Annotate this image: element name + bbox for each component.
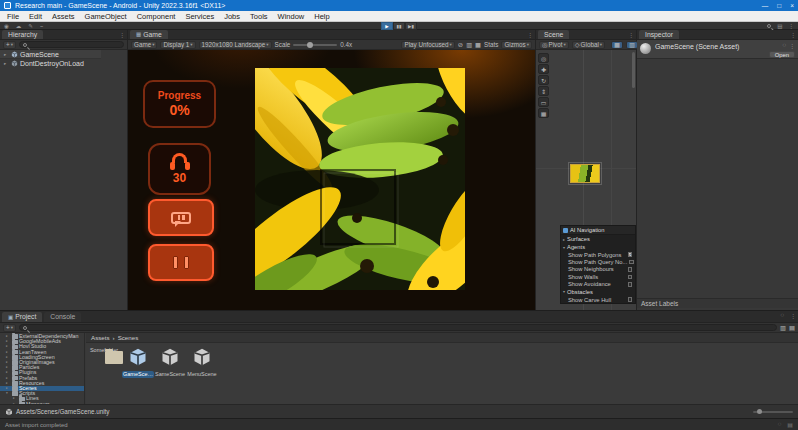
selected-asset-path: Assets/Scenes/GameScene.unity xyxy=(16,408,109,415)
maximize-button[interactable]: □ xyxy=(777,2,781,9)
open-button[interactable]: Open xyxy=(769,51,795,58)
rect-tool-icon[interactable]: ▭ xyxy=(538,97,549,107)
hierarchy-add-button[interactable]: +▾ xyxy=(3,41,16,49)
pause-icon xyxy=(173,256,178,269)
asset-item-scene[interactable]: MenuScene xyxy=(186,347,218,378)
checkbox[interactable]: ✓ xyxy=(628,252,633,257)
rotate-tool-icon[interactable]: ↻ xyxy=(538,75,549,85)
nav-option-row: Show Walls xyxy=(561,273,635,280)
play-button[interactable]: ▶ xyxy=(381,22,393,30)
layout-menu-icon[interactable]: ⋮ xyxy=(789,23,795,29)
progress-value: 0% xyxy=(169,102,189,118)
menu-window[interactable]: Window xyxy=(278,12,305,21)
surfaces-foldout[interactable]: ▸ Surfaces xyxy=(561,235,635,243)
folder-icon xyxy=(105,351,123,364)
menu-gameobject[interactable]: GameObject xyxy=(85,12,127,21)
menu-tools[interactable]: Tools xyxy=(250,12,268,21)
asset-item-gamescene-selected[interactable]: GameScene xyxy=(122,347,154,378)
hidden-packages-icon[interactable]: ◌ xyxy=(780,312,784,318)
agents-foldout[interactable]: ▾ Agents xyxy=(561,243,635,251)
gizmos-dropdown[interactable]: Gizmos▾ xyxy=(501,41,532,49)
listen-counter-panel[interactable]: 30 xyxy=(148,143,211,195)
breadcrumb-current[interactable]: Scenes xyxy=(118,334,139,341)
minimize-button[interactable]: — xyxy=(762,2,769,9)
brush-icon[interactable]: ✎ xyxy=(28,23,33,29)
panel-menu-icon[interactable]: ⋮ xyxy=(119,31,125,38)
step-button[interactable]: ▶▮ xyxy=(405,22,417,30)
pivot-dropdown[interactable]: ◎Pivot▾ xyxy=(539,41,569,49)
tab-game[interactable]: ▦Game xyxy=(130,30,168,39)
layers-icon[interactable]: ▤ xyxy=(777,23,782,29)
checkbox[interactable] xyxy=(628,297,633,302)
tab-project[interactable]: ▣ Project xyxy=(2,312,42,322)
play-controls: ▶ ▮▮ ▶▮ xyxy=(381,22,417,30)
game-mode-dropdown[interactable]: Game▾ xyxy=(131,41,157,49)
checkbox[interactable] xyxy=(628,282,633,287)
breadcrumb-root[interactable]: Assets xyxy=(91,334,110,341)
aspect-dropdown[interactable]: 1920x1080 Landscape▾ xyxy=(199,41,272,49)
header-menu-icon[interactable]: ⋮ xyxy=(789,42,795,49)
account-icon[interactable]: ◉ xyxy=(4,23,9,29)
search-icon[interactable] xyxy=(767,24,771,28)
activity-icon[interactable]: ◌ xyxy=(778,421,782,428)
cloud-icon[interactable]: ☁ xyxy=(16,23,22,29)
project-add-button[interactable]: +▾ xyxy=(3,324,16,332)
menu-help[interactable]: Help xyxy=(314,12,329,21)
game-pause-button[interactable] xyxy=(148,244,214,281)
search-by-type-icon[interactable]: ▥ xyxy=(780,324,786,331)
move-tool-icon[interactable]: ✚ xyxy=(538,64,549,74)
panel-menu-icon[interactable]: ⋮ xyxy=(790,312,796,319)
pause-button[interactable]: ▮▮ xyxy=(393,22,405,30)
stats-button[interactable]: Stats xyxy=(484,41,498,48)
menu-jobs[interactable]: Jobs xyxy=(224,12,240,21)
checkbox[interactable] xyxy=(628,267,633,272)
display-dropdown[interactable]: Display 1▾ xyxy=(160,41,195,49)
panel-menu-icon[interactable]: ⋮ xyxy=(790,31,796,38)
nav-option-row: Show Carve Hull xyxy=(561,296,635,303)
scale-tool-icon[interactable]: ⇕ xyxy=(538,86,549,96)
panel-menu-icon[interactable]: ⋮ xyxy=(628,31,634,38)
checkbox[interactable] xyxy=(629,260,634,265)
menu-assets[interactable]: Assets xyxy=(52,12,75,21)
tab-inspector[interactable]: Inspector xyxy=(639,30,679,39)
menu-component[interactable]: Component xyxy=(137,12,176,21)
tab-console[interactable]: Console xyxy=(44,312,81,322)
project-search-input[interactable] xyxy=(19,324,777,331)
close-button[interactable]: × xyxy=(790,2,794,9)
scene-scrollbar[interactable] xyxy=(632,52,635,88)
panel-menu-icon[interactable]: ⋮ xyxy=(527,31,533,38)
hint-chat-button[interactable] xyxy=(148,199,214,236)
scene-viewport[interactable]: ◎ ✚ ↻ ⇕ ▭ ▦ AI Navigation ▸ xyxy=(536,50,636,310)
checkbox[interactable] xyxy=(628,275,633,280)
help-icon[interactable]: ◌ xyxy=(782,42,786,49)
menu-edit[interactable]: Edit xyxy=(29,12,42,21)
menu-services[interactable]: Services xyxy=(185,12,214,21)
scene-canvas-thumbnail[interactable] xyxy=(570,164,600,183)
puzzle-board-image[interactable] xyxy=(255,68,465,290)
asset-item-folder[interactable]: Somefolder xyxy=(88,347,120,354)
asset-name: GameScene (Scene Asset) xyxy=(655,43,739,50)
menu-file[interactable]: File xyxy=(7,12,19,21)
view-tool-icon[interactable]: ◎ xyxy=(538,53,549,63)
search-by-label-icon[interactable]: ▤ xyxy=(789,324,795,331)
game-panel: ▦Game ⋮ Game▾ Display 1▾ 1920x1080 Lands… xyxy=(128,30,536,310)
grid-snap-icon[interactable]: ▦ xyxy=(611,41,623,49)
vsync-icon[interactable]: ▥ xyxy=(466,41,472,48)
mute-audio-icon[interactable]: ⊘ xyxy=(458,41,463,48)
hierarchy-item-dontdestroyonload[interactable]: ▸ DontDestroyOnLoad xyxy=(0,59,127,68)
tab-hierarchy[interactable]: Hierarchy xyxy=(2,30,43,39)
curve-icon[interactable]: ~ xyxy=(40,23,43,29)
global-dropdown[interactable]: ◇Global▾ xyxy=(572,41,605,49)
scale-slider[interactable] xyxy=(293,44,337,46)
console-icon[interactable]: ▤ xyxy=(787,421,793,428)
icon-size-slider[interactable] xyxy=(753,411,793,413)
asset-labels-bar[interactable]: Asset Labels xyxy=(637,298,798,308)
asset-item-scene[interactable]: SameScene xyxy=(154,347,186,378)
play-focus-dropdown[interactable]: Play Unfocused▾ xyxy=(401,41,454,49)
tab-scene[interactable]: Scene xyxy=(538,30,569,39)
hierarchy-search-input[interactable] xyxy=(19,41,124,48)
metrics-icon[interactable]: ▦ xyxy=(475,41,481,48)
hierarchy-item-gamescene[interactable]: ▸ GameScene xyxy=(0,50,101,59)
transform-tool-icon[interactable]: ▦ xyxy=(538,108,549,118)
obstacles-foldout[interactable]: ▾ Obstacles xyxy=(561,288,635,296)
